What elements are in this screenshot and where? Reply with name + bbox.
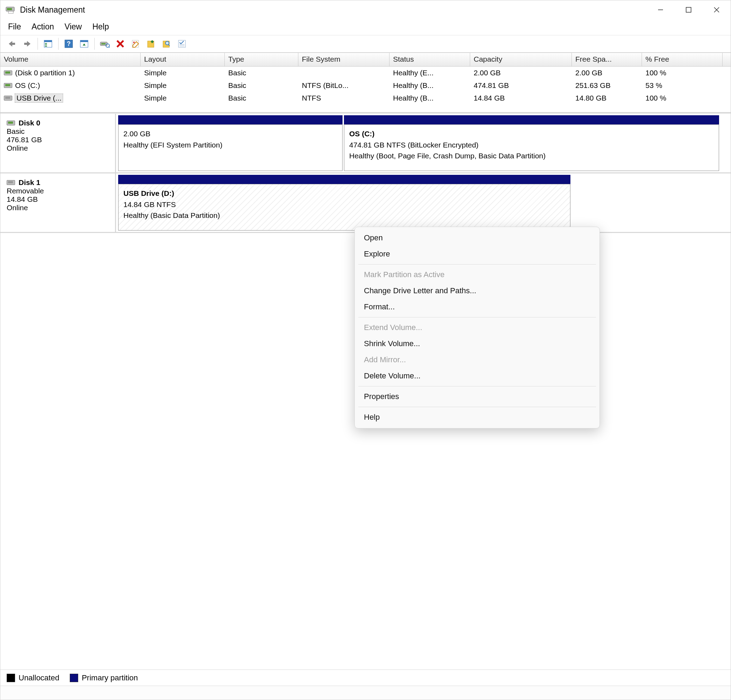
- show-hide-console-tree-button[interactable]: [41, 37, 55, 50]
- col-header-pctfree[interactable]: % Free: [642, 53, 722, 66]
- svg-rect-2: [9, 11, 13, 13]
- volume-list: Volume Layout Type File System Status Ca…: [0, 53, 731, 114]
- refresh-button[interactable]: [98, 37, 112, 50]
- svg-rect-11: [45, 43, 47, 44]
- usb-drive-icon: [4, 96, 12, 101]
- app-icon: [5, 5, 16, 15]
- toolbar-separator: [94, 38, 95, 50]
- context-menu-item[interactable]: Format...: [355, 299, 599, 315]
- menu-help[interactable]: Help: [92, 22, 109, 32]
- context-menu-item: Mark Partition as Active: [355, 267, 599, 283]
- partition-block[interactable]: OS (C:)474.81 GB NTFS (BitLocker Encrypt…: [344, 115, 719, 171]
- volume-filesystem: NTFS (BitLo...: [298, 81, 389, 91]
- disk-type: Removable: [7, 187, 109, 195]
- partition-size: 2.00 GB: [123, 130, 150, 138]
- menu-action[interactable]: Action: [32, 22, 54, 32]
- volume-free: 2.00 GB: [572, 68, 642, 78]
- volume-status: Healthy (B...: [389, 93, 470, 103]
- partition-body: OS (C:)474.81 GB NTFS (BitLocker Encrypt…: [344, 124, 719, 171]
- partition-block[interactable]: 2.00 GBHealthy (EFI System Partition): [118, 115, 342, 171]
- volume-layout: Simple: [141, 68, 225, 78]
- back-button[interactable]: [5, 37, 19, 50]
- volume-row[interactable]: (Disk 0 partition 1)SimpleBasicHealthy (…: [0, 67, 731, 79]
- svg-rect-10: [44, 40, 52, 42]
- legend-swatch-primary: [70, 674, 78, 682]
- volume-name: USB Drive (...: [15, 94, 63, 102]
- col-header-status[interactable]: Status: [389, 53, 470, 66]
- col-header-filesystem[interactable]: File System: [298, 53, 389, 66]
- context-menu-separator: [358, 317, 596, 318]
- volume-pctfree: 53 %: [642, 81, 722, 91]
- close-button[interactable]: [703, 0, 731, 19]
- disk-state: Online: [7, 204, 109, 212]
- volume-free: 14.80 GB: [572, 93, 642, 103]
- properties-button[interactable]: [129, 37, 142, 50]
- disk-graphical-view: Disk 0Basic476.81 GBOnline2.00 GBHealthy…: [0, 114, 731, 669]
- disk-state: Online: [7, 144, 109, 152]
- minimize-button[interactable]: [646, 0, 675, 19]
- col-header-volume[interactable]: Volume: [0, 53, 141, 66]
- disk-info-panel[interactable]: Disk 0Basic476.81 GBOnline: [0, 114, 116, 172]
- volume-row[interactable]: OS (C:)SimpleBasicNTFS (BitLo...Healthy …: [0, 79, 731, 92]
- menu-view[interactable]: View: [65, 22, 82, 32]
- context-menu-separator: [358, 407, 596, 407]
- volume-list-header: Volume Layout Type File System Status Ca…: [0, 53, 731, 67]
- svg-rect-19: [101, 43, 106, 44]
- volume-layout: Simple: [141, 93, 225, 103]
- context-menu-item[interactable]: Open: [355, 230, 599, 246]
- maximize-button[interactable]: [675, 0, 703, 19]
- disk-info-panel[interactable]: Disk 1Removable14.84 GBOnline: [0, 173, 116, 232]
- context-menu: OpenExploreMark Partition as ActiveChang…: [354, 227, 600, 429]
- context-menu-item[interactable]: Properties: [355, 388, 599, 405]
- help-button[interactable]: ?: [62, 37, 75, 50]
- show-hide-action-pane-button[interactable]: [78, 37, 91, 50]
- disk-row: Disk 0Basic476.81 GBOnline2.00 GBHealthy…: [0, 114, 731, 173]
- volume-capacity: 2.00 GB: [470, 68, 572, 78]
- disk-drive-icon: [7, 120, 15, 125]
- svg-rect-12: [45, 44, 47, 45]
- disk-size: 14.84 GB: [7, 195, 109, 204]
- context-menu-item: Add Mirror...: [355, 352, 599, 368]
- forward-button[interactable]: [21, 37, 34, 50]
- volume-status: Healthy (E...: [389, 68, 470, 78]
- partition-color-bar: [118, 115, 342, 124]
- col-header-layout[interactable]: Layout: [141, 53, 225, 66]
- volume-type: Basic: [225, 93, 298, 103]
- context-menu-item[interactable]: Change Drive Letter and Paths...: [355, 283, 599, 299]
- volume-name: OS (C:): [15, 81, 40, 90]
- svg-line-21: [109, 47, 110, 48]
- partition-title: USB Drive (D:): [123, 189, 174, 197]
- disk-partitions: USB Drive (D:)14.84 GB NTFSHealthy (Basi…: [116, 173, 731, 232]
- content-area: Volume Layout Type File System Status Ca…: [0, 53, 731, 700]
- volume-capacity: 474.81 GB: [470, 81, 572, 91]
- svg-rect-8: [24, 43, 28, 45]
- context-menu-item[interactable]: Explore: [355, 246, 599, 262]
- col-header-capacity[interactable]: Capacity: [470, 53, 572, 66]
- new-partition-button[interactable]: [144, 37, 158, 50]
- titlebar: Disk Management: [0, 0, 731, 19]
- svg-rect-17: [80, 40, 88, 42]
- volume-name: (Disk 0 partition 1): [15, 69, 75, 77]
- partition-size: 14.84 GB NTFS: [123, 201, 176, 208]
- delete-button[interactable]: [114, 37, 127, 50]
- legend-swatch-unallocated: [7, 674, 15, 682]
- volume-row[interactable]: USB Drive (...SimpleBasicNTFSHealthy (B.…: [0, 92, 731, 104]
- volume-filesystem: [298, 72, 389, 73]
- toolbar: ?: [0, 35, 731, 53]
- options-button[interactable]: [175, 37, 189, 50]
- find-button[interactable]: [160, 37, 173, 50]
- context-menu-item[interactable]: Help: [355, 409, 599, 425]
- svg-rect-13: [45, 46, 47, 47]
- disk-row: Disk 1Removable14.84 GBOnlineUSB Drive (…: [0, 173, 731, 233]
- window: Disk Management File Action View Help ?: [0, 0, 731, 700]
- partition-block[interactable]: USB Drive (D:)14.84 GB NTFSHealthy (Basi…: [118, 175, 570, 230]
- volume-type: Basic: [225, 81, 298, 91]
- menu-file[interactable]: File: [8, 22, 21, 32]
- context-menu-item[interactable]: Delete Volume...: [355, 368, 599, 384]
- svg-rect-1: [7, 8, 12, 10]
- context-menu-item[interactable]: Shrink Volume...: [355, 335, 599, 352]
- menubar: File Action View Help: [0, 19, 731, 35]
- col-header-freespace[interactable]: Free Spa...: [572, 53, 642, 66]
- col-header-type[interactable]: Type: [225, 53, 298, 66]
- volume-layout: Simple: [141, 81, 225, 91]
